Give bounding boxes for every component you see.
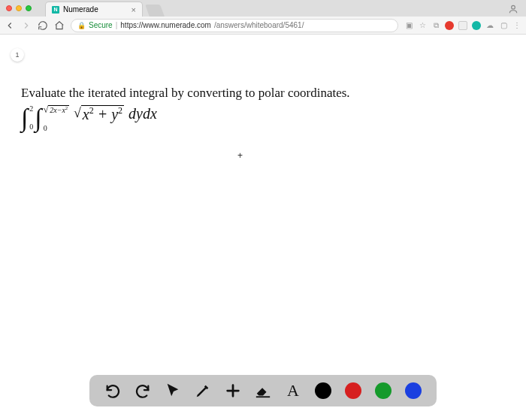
- color-blue[interactable]: [405, 382, 422, 399]
- cast-icon[interactable]: ▣: [404, 21, 413, 30]
- back-button[interactable]: [5, 20, 15, 31]
- url-path: /answers/whiteboard/5461/: [214, 21, 304, 29]
- whiteboard-page: 1 Evaluate the iterated integral by conv…: [0, 35, 526, 420]
- reload-button[interactable]: [38, 20, 48, 31]
- outer-upper-bound: 2: [29, 105, 33, 113]
- radicand-plus: +: [94, 106, 112, 122]
- address-bar[interactable]: 🔒 Secure | https://www.numerade.com/answ…: [71, 19, 398, 32]
- differential: dydx: [128, 105, 157, 122]
- close-window-button[interactable]: [6, 5, 12, 11]
- color-green[interactable]: [375, 382, 391, 399]
- inner-lower-bound: 0: [44, 125, 69, 132]
- outer-lower-bound: 0: [29, 123, 33, 131]
- new-tab-button[interactable]: [145, 5, 165, 17]
- extension-box-icon[interactable]: ▢: [499, 21, 508, 30]
- forward-button[interactable]: [21, 20, 32, 31]
- minimize-window-button[interactable]: [16, 5, 22, 11]
- sqrt-icon: √: [74, 105, 81, 121]
- undo-button[interactable]: [104, 382, 121, 399]
- inner-upper-radicand: 2x−x: [50, 106, 65, 114]
- home-button[interactable]: [54, 20, 65, 31]
- tab-title: Numerade: [63, 5, 98, 14]
- problem-text: Evaluate the iterated integral by conver…: [21, 86, 505, 101]
- integral-symbol-inner: ∫: [35, 105, 41, 131]
- extension-teal-icon[interactable]: [472, 21, 481, 30]
- secure-label: Secure: [89, 21, 113, 29]
- extension-icon[interactable]: ⧉: [431, 21, 440, 30]
- menu-icon[interactable]: ⋮: [512, 21, 521, 30]
- extension-red-icon[interactable]: [445, 21, 454, 30]
- color-black[interactable]: [315, 382, 331, 399]
- eraser-tool[interactable]: [255, 382, 271, 399]
- sqrt-icon-small: √: [44, 105, 49, 114]
- extension-sq-icon[interactable]: [458, 21, 467, 30]
- whiteboard-toolbar: A: [89, 375, 437, 406]
- add-tool[interactable]: [225, 382, 241, 399]
- redo-button[interactable]: [135, 382, 151, 399]
- cursor-crosshair-icon: +: [237, 150, 243, 161]
- problem-block: Evaluate the iterated integral by conver…: [21, 86, 505, 132]
- integral-symbol-outer: ∫: [21, 105, 28, 131]
- radicand-x: x: [83, 106, 89, 122]
- browser-tab[interactable]: N Numerade ×: [45, 2, 143, 17]
- browser-chrome: N Numerade × 🔒 Secure | https://www.nume…: [0, 0, 526, 35]
- svg-point-0: [512, 5, 515, 9]
- radicand-y-exp: 2: [118, 105, 122, 116]
- select-tool[interactable]: [165, 382, 181, 399]
- profile-icon[interactable]: [508, 4, 518, 14]
- url-separator: |: [116, 21, 118, 29]
- radicand-y: y: [111, 106, 118, 122]
- step-number: 1: [15, 51, 19, 59]
- math-expression: ∫ 2 0 ∫ √ 2x−x2 0 √: [21, 105, 505, 132]
- toolbar-right-icons: ▣ ☆ ⧉ ☁ ▢ ⋮: [404, 21, 521, 30]
- close-tab-icon[interactable]: ×: [132, 5, 136, 14]
- text-tool[interactable]: A: [285, 382, 301, 399]
- lock-icon: 🔒: [77, 22, 86, 29]
- step-badge[interactable]: 1: [11, 48, 24, 62]
- extension-cloud-icon[interactable]: ☁: [485, 21, 494, 30]
- svg-rect-1: [256, 396, 270, 397]
- maximize-window-button[interactable]: [26, 5, 32, 11]
- color-red[interactable]: [345, 382, 361, 399]
- window-controls: [6, 5, 32, 11]
- pen-tool[interactable]: [195, 382, 211, 399]
- url-host: https://www.numerade.com: [120, 21, 211, 29]
- inner-upper-exp: 2: [65, 106, 68, 110]
- bookmark-icon[interactable]: ☆: [418, 21, 427, 30]
- favicon: N: [52, 6, 59, 14]
